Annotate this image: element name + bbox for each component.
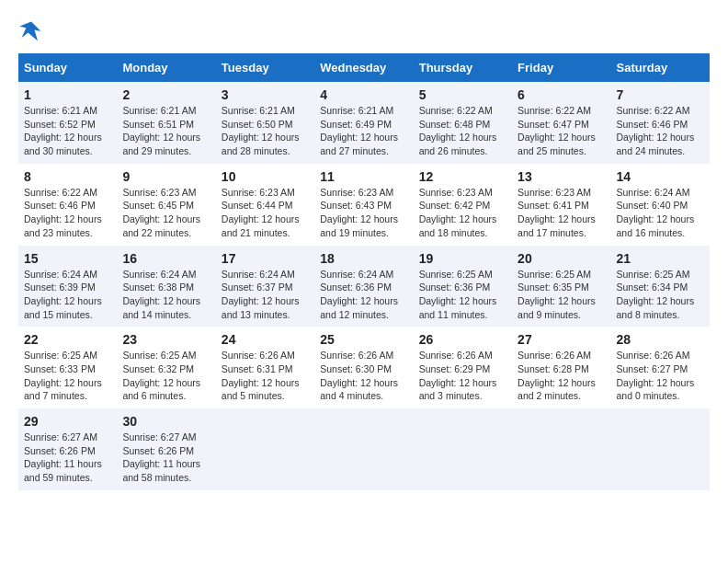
day-number: 1 <box>24 87 111 102</box>
day-info: Sunrise: 6:22 AM Sunset: 6:47 PM Dayligh… <box>518 104 605 158</box>
calendar-cell <box>414 408 512 490</box>
day-number: 27 <box>518 332 605 347</box>
day-number: 28 <box>617 332 704 347</box>
calendar-cell: 26 Sunrise: 6:26 AM Sunset: 6:29 PM Dayl… <box>414 327 512 408</box>
day-number: 6 <box>518 87 605 102</box>
day-info: Sunrise: 6:25 AM Sunset: 6:36 PM Dayligh… <box>419 268 506 322</box>
day-number: 12 <box>419 169 506 184</box>
header-sunday: Sunday <box>18 53 117 82</box>
calendar-cell: 18 Sunrise: 6:24 AM Sunset: 6:36 PM Dayl… <box>314 246 413 327</box>
day-info: Sunrise: 6:24 AM Sunset: 6:37 PM Dayligh… <box>222 268 309 322</box>
day-number: 22 <box>24 332 111 347</box>
calendar-table: SundayMondayTuesdayWednesdayThursdayFrid… <box>18 53 710 490</box>
logo <box>18 18 48 44</box>
calendar-cell: 12 Sunrise: 6:23 AM Sunset: 6:42 PM Dayl… <box>414 164 512 246</box>
calendar-cell: 19 Sunrise: 6:25 AM Sunset: 6:36 PM Dayl… <box>414 246 512 327</box>
day-number: 8 <box>24 169 111 184</box>
calendar-cell <box>314 408 413 490</box>
day-info: Sunrise: 6:27 AM Sunset: 6:26 PM Dayligh… <box>122 431 210 485</box>
calendar-header-row: SundayMondayTuesdayWednesdayThursdayFrid… <box>18 53 710 82</box>
calendar-cell: 25 Sunrise: 6:26 AM Sunset: 6:30 PM Dayl… <box>314 327 413 408</box>
calendar-cell: 4 Sunrise: 6:21 AM Sunset: 6:49 PM Dayli… <box>314 82 413 164</box>
day-info: Sunrise: 6:25 AM Sunset: 6:35 PM Dayligh… <box>518 268 605 322</box>
day-number: 9 <box>122 169 210 184</box>
calendar-cell: 14 Sunrise: 6:24 AM Sunset: 6:40 PM Dayl… <box>611 164 710 246</box>
calendar-cell: 16 Sunrise: 6:24 AM Sunset: 6:38 PM Dayl… <box>117 246 215 327</box>
calendar-week-2: 8 Sunrise: 6:22 AM Sunset: 6:46 PM Dayli… <box>18 164 710 246</box>
calendar-cell: 10 Sunrise: 6:23 AM Sunset: 6:44 PM Dayl… <box>216 164 314 246</box>
calendar-cell: 21 Sunrise: 6:25 AM Sunset: 6:34 PM Dayl… <box>611 246 710 327</box>
day-number: 23 <box>122 332 210 347</box>
header-thursday: Thursday <box>414 53 512 82</box>
day-number: 17 <box>222 251 309 266</box>
calendar-cell: 13 Sunrise: 6:23 AM Sunset: 6:41 PM Dayl… <box>512 164 610 246</box>
calendar-week-1: 1 Sunrise: 6:21 AM Sunset: 6:52 PM Dayli… <box>18 82 710 164</box>
day-info: Sunrise: 6:24 AM Sunset: 6:38 PM Dayligh… <box>122 268 210 322</box>
day-info: Sunrise: 6:26 AM Sunset: 6:30 PM Dayligh… <box>320 349 407 403</box>
day-number: 29 <box>24 414 111 429</box>
day-info: Sunrise: 6:24 AM Sunset: 6:40 PM Dayligh… <box>617 186 704 240</box>
day-info: Sunrise: 6:23 AM Sunset: 6:45 PM Dayligh… <box>122 186 210 240</box>
day-number: 11 <box>320 169 407 184</box>
day-number: 14 <box>617 169 704 184</box>
day-info: Sunrise: 6:23 AM Sunset: 6:43 PM Dayligh… <box>320 186 407 240</box>
day-number: 18 <box>320 251 407 266</box>
calendar-cell: 2 Sunrise: 6:21 AM Sunset: 6:51 PM Dayli… <box>117 82 215 164</box>
calendar-cell: 23 Sunrise: 6:25 AM Sunset: 6:32 PM Dayl… <box>117 327 215 408</box>
day-info: Sunrise: 6:26 AM Sunset: 6:29 PM Dayligh… <box>419 349 506 403</box>
day-number: 16 <box>122 251 210 266</box>
logo-icon <box>18 18 44 44</box>
day-info: Sunrise: 6:24 AM Sunset: 6:39 PM Dayligh… <box>24 268 111 322</box>
day-number: 26 <box>419 332 506 347</box>
day-info: Sunrise: 6:23 AM Sunset: 6:44 PM Dayligh… <box>222 186 309 240</box>
calendar-cell: 29 Sunrise: 6:27 AM Sunset: 6:26 PM Dayl… <box>18 408 117 490</box>
calendar-cell: 1 Sunrise: 6:21 AM Sunset: 6:52 PM Dayli… <box>18 82 117 164</box>
calendar-cell: 20 Sunrise: 6:25 AM Sunset: 6:35 PM Dayl… <box>512 246 610 327</box>
day-number: 3 <box>222 87 309 102</box>
day-info: Sunrise: 6:26 AM Sunset: 6:27 PM Dayligh… <box>617 349 704 403</box>
day-info: Sunrise: 6:23 AM Sunset: 6:42 PM Dayligh… <box>419 186 506 240</box>
day-number: 20 <box>518 251 605 266</box>
calendar-cell: 7 Sunrise: 6:22 AM Sunset: 6:46 PM Dayli… <box>611 82 710 164</box>
calendar-cell: 22 Sunrise: 6:25 AM Sunset: 6:33 PM Dayl… <box>18 327 117 408</box>
day-info: Sunrise: 6:25 AM Sunset: 6:32 PM Dayligh… <box>122 349 210 403</box>
day-number: 30 <box>122 414 210 429</box>
header-tuesday: Tuesday <box>216 53 314 82</box>
calendar-cell: 5 Sunrise: 6:22 AM Sunset: 6:48 PM Dayli… <box>414 82 512 164</box>
calendar-cell: 30 Sunrise: 6:27 AM Sunset: 6:26 PM Dayl… <box>117 408 215 490</box>
day-info: Sunrise: 6:21 AM Sunset: 6:52 PM Dayligh… <box>24 104 111 158</box>
day-number: 15 <box>24 251 111 266</box>
day-info: Sunrise: 6:22 AM Sunset: 6:48 PM Dayligh… <box>419 104 506 158</box>
day-number: 21 <box>617 251 704 266</box>
day-info: Sunrise: 6:26 AM Sunset: 6:31 PM Dayligh… <box>222 349 309 403</box>
header-friday: Friday <box>512 53 610 82</box>
page-header <box>18 18 710 44</box>
header-saturday: Saturday <box>611 53 710 82</box>
day-info: Sunrise: 6:21 AM Sunset: 6:50 PM Dayligh… <box>222 104 309 158</box>
calendar-cell: 28 Sunrise: 6:26 AM Sunset: 6:27 PM Dayl… <box>611 327 710 408</box>
calendar-cell: 9 Sunrise: 6:23 AM Sunset: 6:45 PM Dayli… <box>117 164 215 246</box>
header-wednesday: Wednesday <box>314 53 413 82</box>
day-info: Sunrise: 6:22 AM Sunset: 6:46 PM Dayligh… <box>24 186 111 240</box>
day-number: 4 <box>320 87 407 102</box>
day-number: 7 <box>617 87 704 102</box>
day-info: Sunrise: 6:21 AM Sunset: 6:51 PM Dayligh… <box>122 104 210 158</box>
day-info: Sunrise: 6:27 AM Sunset: 6:26 PM Dayligh… <box>24 431 111 485</box>
day-number: 2 <box>122 87 210 102</box>
day-info: Sunrise: 6:22 AM Sunset: 6:46 PM Dayligh… <box>617 104 704 158</box>
day-info: Sunrise: 6:23 AM Sunset: 6:41 PM Dayligh… <box>518 186 605 240</box>
calendar-cell <box>216 408 314 490</box>
day-number: 25 <box>320 332 407 347</box>
calendar-cell: 17 Sunrise: 6:24 AM Sunset: 6:37 PM Dayl… <box>216 246 314 327</box>
calendar-week-5: 29 Sunrise: 6:27 AM Sunset: 6:26 PM Dayl… <box>18 408 710 490</box>
calendar-week-4: 22 Sunrise: 6:25 AM Sunset: 6:33 PM Dayl… <box>18 327 710 408</box>
day-info: Sunrise: 6:25 AM Sunset: 6:33 PM Dayligh… <box>24 349 111 403</box>
calendar-cell: 24 Sunrise: 6:26 AM Sunset: 6:31 PM Dayl… <box>216 327 314 408</box>
day-number: 13 <box>518 169 605 184</box>
calendar-cell: 3 Sunrise: 6:21 AM Sunset: 6:50 PM Dayli… <box>216 82 314 164</box>
calendar-cell: 27 Sunrise: 6:26 AM Sunset: 6:28 PM Dayl… <box>512 327 610 408</box>
day-number: 24 <box>222 332 309 347</box>
day-number: 5 <box>419 87 506 102</box>
day-number: 10 <box>222 169 309 184</box>
svg-marker-0 <box>19 22 40 41</box>
